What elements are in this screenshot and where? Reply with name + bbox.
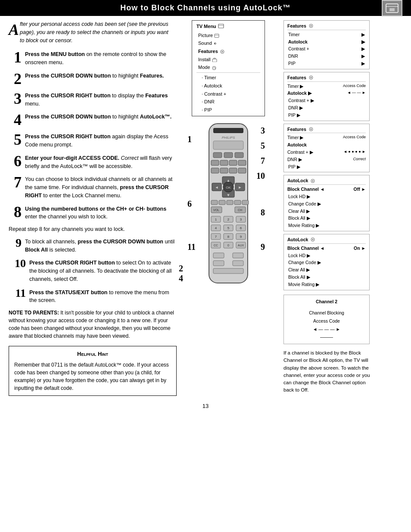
autolock-p2-clear-all: Clear All ▶ xyxy=(287,266,366,274)
remote-step-11-label: 11 xyxy=(187,242,196,252)
svg-text:CC: CC xyxy=(214,244,218,247)
features-p2-pip: PIP ▶ xyxy=(287,112,366,119)
svg-rect-40 xyxy=(234,200,241,205)
svg-rect-24 xyxy=(220,168,228,173)
step-5-num: 5 xyxy=(9,132,25,147)
svg-point-82 xyxy=(312,180,314,181)
svg-rect-26 xyxy=(238,168,246,173)
features-p3-autolock: Autolock xyxy=(287,141,366,149)
remote-wrapper: 1 3 5 7 10 6 8 11 9 24 xyxy=(200,121,256,286)
remote-step-8-label: 8 xyxy=(261,208,265,218)
step-6: 6 Enter your four-digit ACCESS CODE. Cor… xyxy=(9,153,177,171)
step-7-num: 7 xyxy=(9,174,25,190)
svg-rect-37 xyxy=(211,200,218,205)
autolock-panel-2: AutoLock Block Channel ◄On ► Lock HD ▶ C… xyxy=(283,234,370,290)
features-p2-contrast: Contrast + ▶ xyxy=(287,97,366,104)
step-5-text: Press the CURSOR RIGHT button again disp… xyxy=(25,132,177,149)
svg-rect-5 xyxy=(215,34,219,37)
svg-point-8 xyxy=(221,51,223,53)
step-3-text: Press the CURSOR RIGHT button to display… xyxy=(25,91,177,108)
remote-svg: PHILIPS xyxy=(200,121,256,285)
svg-text:8: 8 xyxy=(227,235,230,239)
step-3: 3 Press the CURSOR RIGHT button to displ… xyxy=(9,91,177,108)
autolock-p1-block-channel: Block Channel ◄Off ► xyxy=(287,186,366,193)
svg-rect-73 xyxy=(233,261,243,266)
svg-rect-23 xyxy=(211,168,219,173)
step-9: 9 To block all channels, press the CURSO… xyxy=(9,237,177,254)
svg-rect-3 xyxy=(218,24,224,28)
features-p3-contrast: Contrast + ▶◄ ● ● ● ● ► xyxy=(287,149,366,156)
autolock-p2-block-all: Block All ▶ xyxy=(287,274,366,281)
center-diagram: TV Menu Picture Sound Features Install xyxy=(181,20,276,394)
step-8-num: 8 xyxy=(9,204,25,220)
left-column: A fter your personal access code has bee… xyxy=(9,20,177,396)
helpful-hint-box: Helpful Hint Remember that 0711 is the d… xyxy=(9,346,177,396)
features-panel-2-title: Features xyxy=(287,74,366,82)
step-2-num: 2 xyxy=(9,71,25,87)
svg-text:4: 4 xyxy=(215,226,217,230)
step-2-text: Press the CURSOR DOWN button to highligh… xyxy=(25,71,164,80)
features-p1-pip: PIP▶ xyxy=(287,60,366,67)
autolock-p1-movie-rating: Movie Rating ▶ xyxy=(287,222,366,229)
svg-rect-72 xyxy=(213,261,224,266)
diagram-container: TV Menu Picture Sound Features Install xyxy=(181,20,402,394)
helpful-hint-text: Remember that 0711 is the default AutoLo… xyxy=(14,361,171,392)
step-7: 7 You can choose to block individual cha… xyxy=(9,174,177,199)
step-10: 10 Press the CURSOR RIGHT button to sele… xyxy=(9,258,177,283)
features-p3-timer: Timer ▶Access Code xyxy=(287,134,366,141)
step-6-num: 6 xyxy=(9,153,25,169)
svg-text:PHILIPS: PHILIPS xyxy=(222,136,235,140)
svg-rect-20 xyxy=(220,160,228,165)
svg-text:6: 6 xyxy=(240,226,242,230)
access-code-input-row: ◄ — — — ► xyxy=(288,325,365,333)
svg-rect-2 xyxy=(389,8,395,11)
features-panel-2: Features Timer ▶Access Code Autolock ▶◄ … xyxy=(283,72,370,121)
autolock-panel-1: AutoLock Block Channel ◄Off ► Lock HD ▶ … xyxy=(283,175,370,231)
features-p2-timer: Timer ▶Access Code xyxy=(287,83,366,90)
features-p1-autolock: Autolock▶ xyxy=(287,38,366,46)
svg-text:VOL: VOL xyxy=(213,208,219,212)
step-5: 5 Press the CURSOR RIGHT button again di… xyxy=(9,132,177,149)
channel-2-label: Channel 2 xyxy=(288,298,365,306)
remote-step-3-label: 3 xyxy=(261,126,265,136)
features-p1-timer: Timer▶ xyxy=(287,31,366,38)
remote-step-10-label: 10 xyxy=(256,171,265,181)
svg-text:7: 7 xyxy=(215,235,217,239)
autolock-p2-change-code: Change Code ▶ xyxy=(287,259,366,266)
remote-step-6-label: 6 xyxy=(187,199,192,209)
features-panel-1-title: Features xyxy=(287,22,366,30)
svg-rect-22 xyxy=(238,160,246,165)
autolock-p1-clear-all: Clear All ▶ xyxy=(287,208,366,215)
features-p1-dnr: DNR▶ xyxy=(287,53,366,60)
svg-text:▼: ▼ xyxy=(227,193,230,197)
step-1-num: 1 xyxy=(9,50,25,65)
svg-rect-18 xyxy=(235,152,243,158)
svg-rect-74 xyxy=(213,268,243,274)
step-8: 8 Using the numbered buttons or the CH+ … xyxy=(9,204,177,221)
svg-rect-71 xyxy=(233,253,243,258)
step-1: 1 Press the MENU button on the remote co… xyxy=(9,50,177,67)
autolock-p1-block-all: Block All ▶ xyxy=(287,215,366,222)
features-p3-dnr: DNR ▶Correct xyxy=(287,156,366,163)
svg-rect-19 xyxy=(211,160,219,165)
svg-text:9: 9 xyxy=(240,235,242,239)
autolock-panel-1-title: AutoLock xyxy=(287,177,366,185)
svg-rect-13 xyxy=(213,128,243,133)
svg-text:TV: TV xyxy=(213,67,216,69)
helpful-hint-title: Helpful Hint xyxy=(14,350,171,358)
svg-rect-39 xyxy=(227,200,233,205)
svg-text:3: 3 xyxy=(240,218,242,221)
autolock-panel-2-title: AutoLock xyxy=(287,236,366,244)
access-code-label: Access Code xyxy=(288,317,365,325)
step-11: 11 Press the STATUS/EXIT button to remov… xyxy=(9,288,177,305)
step-9-text: To block all channels, press the CURSOR … xyxy=(25,237,177,254)
features-panel-3-title: Features xyxy=(287,126,366,134)
tv-menu-box: TV Menu Picture Sound Features Install xyxy=(192,20,265,116)
right-column: TV Menu Picture Sound Features Install xyxy=(181,20,402,396)
svg-text:2: 2 xyxy=(227,218,230,221)
svg-text:OK: OK xyxy=(226,186,231,190)
svg-text:►: ► xyxy=(238,185,242,190)
features-p2-autolock: Autolock ▶◄ — — ► xyxy=(287,90,366,97)
channel-block-panel: Channel 2 Channel Blocking Access Code ◄… xyxy=(283,295,370,345)
svg-rect-17 xyxy=(224,152,233,158)
